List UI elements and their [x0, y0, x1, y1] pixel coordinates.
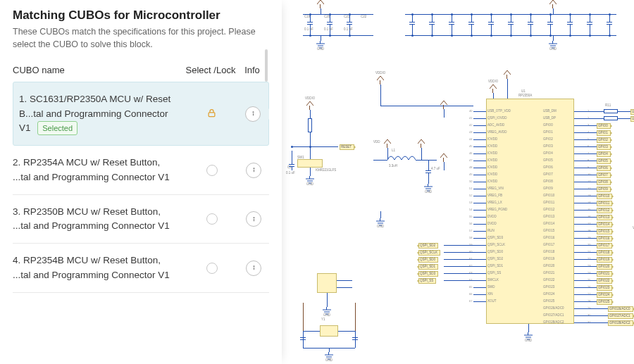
svg-point-2	[253, 168, 254, 169]
svg-rect-0	[209, 113, 215, 117]
cubo-name: 4. RP2354B MCU w/ Reset Button, ...tal a…	[13, 253, 183, 282]
lock-icon[interactable]	[206, 108, 217, 120]
schematic-view[interactable]: VDDC190.1 uFC200.1 uFC210.1 uFGNDC22VDDI…	[282, 0, 634, 364]
cubo-name: 2. RP2354A MCU w/ Reset Button, ...tal a…	[13, 156, 183, 184]
select-radio[interactable]	[206, 165, 218, 176]
schematic-canvas: VDDC190.1 uFC200.1 uFC210.1 uFGNDC22VDDI…	[282, 0, 634, 364]
cubo-list: 1. SC1631/RP2350A MCU w/ Reset B...tal a…	[13, 82, 269, 356]
cubo-row[interactable]: 4. RP2354B MCU w/ Reset Button, ...tal a…	[13, 244, 269, 293]
svg-point-3	[253, 217, 254, 218]
cubo-panel: Matching CUBOs for Microcontroller These…	[0, 0, 282, 364]
selected-badge: Selected	[37, 121, 77, 136]
select-radio[interactable]	[206, 263, 218, 274]
column-header-lock: Select /Lock	[182, 65, 240, 75]
column-header-info: Info	[240, 65, 265, 75]
cubo-name: 3. RP2350B MCU w/ Reset Button, ...tal a…	[13, 205, 183, 234]
info-button[interactable]	[245, 106, 261, 122]
column-header-name: CUBO name	[13, 65, 182, 75]
select-radio[interactable]	[206, 213, 218, 225]
panel-description: These CUBOs match the specifications for…	[13, 25, 269, 51]
cubo-row[interactable]: 2. RP2354A MCU w/ Reset Button, ...tal a…	[13, 146, 269, 195]
column-header-row: CUBO name Select /Lock Info	[13, 61, 269, 82]
panel-title: Matching CUBOs for Microcontroller	[13, 8, 269, 23]
cubo-row[interactable]: 3. RP2350B MCU w/ Reset Button, ...tal a…	[13, 195, 269, 244]
info-button[interactable]	[246, 261, 261, 276]
info-button[interactable]	[246, 163, 261, 178]
svg-point-1	[252, 112, 253, 113]
cubo-row[interactable]: 1. SC1631/RP2350A MCU w/ Reset B...tal a…	[13, 82, 269, 146]
svg-point-4	[253, 266, 254, 267]
cubo-name: 1. SC1631/RP2350A MCU w/ Reset B...tal a…	[19, 92, 182, 135]
info-button[interactable]	[246, 211, 261, 227]
